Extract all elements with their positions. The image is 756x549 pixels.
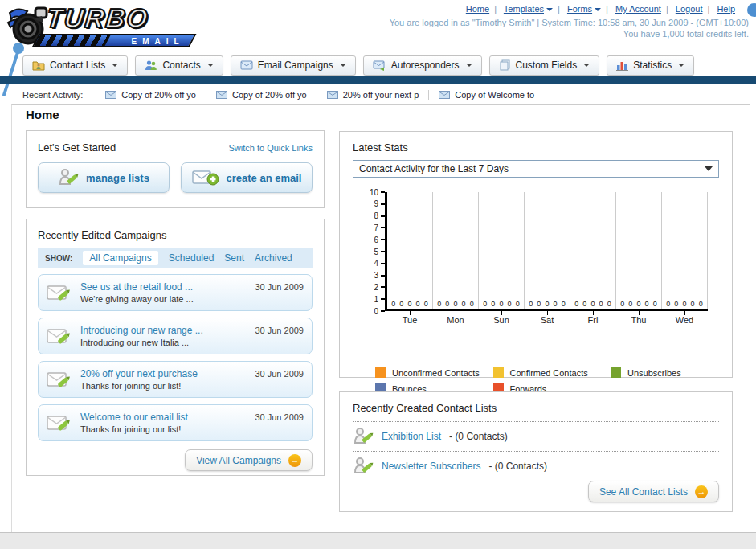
campaign-row[interactable]: Welcome to our email list 30 Jun 2009 Th… <box>38 404 313 441</box>
contact-list-row[interactable]: Newsletter Subscribers - (0 Contacts) <box>353 452 719 481</box>
recent-activity-item[interactable]: Copy of 20% off yo <box>96 90 206 100</box>
logo-subtitle: EMAIL <box>131 37 184 46</box>
view-all-campaigns-label: View All Campaigns <box>196 455 281 466</box>
tab-label: Contacts <box>162 59 200 71</box>
view-all-campaigns-button[interactable]: View All Campaigns → <box>185 449 313 471</box>
folder-contacts-icon <box>32 59 45 71</box>
login-status: You are logged in as "Timothy Smith" | S… <box>390 18 749 27</box>
main-nav-tabs: Contact Lists Contacts Email Campaigns A… <box>22 55 694 76</box>
header-link-help[interactable]: Help <box>717 4 735 14</box>
campaign-title-link[interactable]: See us at the retail food ... <box>80 281 193 293</box>
header-link-logout[interactable]: Logout <box>676 4 703 14</box>
orange-arrow-icon: → <box>695 485 708 498</box>
separator: | <box>494 4 497 14</box>
chevron-down-icon <box>678 64 684 67</box>
decorative-dot <box>747 3 756 17</box>
tab-statistics[interactable]: Statistics <box>607 55 694 76</box>
turbo-email-logo: TURBO EMAIL <box>5 2 206 51</box>
y-tick-label: 10 <box>370 188 385 196</box>
stats-period-select[interactable]: Contact Activity for the Last 7 Days <box>353 160 719 178</box>
contact-list-link[interactable]: Newsletter Subscribers <box>382 461 480 472</box>
contact-activity-chart: 109876543210 00000Tue00000Mon00000Sun000… <box>362 192 719 342</box>
y-tick-label: 6 <box>374 236 385 244</box>
separator: | <box>666 4 668 14</box>
manage-lists-label: manage lists <box>86 172 149 184</box>
envelope-icon <box>216 91 227 99</box>
chevron-down-icon <box>466 64 472 67</box>
divider-bar <box>0 76 756 84</box>
campaign-title-link[interactable]: 20% off your next purchase <box>80 368 198 379</box>
x-tick-label: Thu <box>616 309 661 325</box>
recent-activity-item[interactable]: Copy of 20% off yo <box>206 90 317 100</box>
pages-icon <box>499 59 511 71</box>
chevron-down-icon <box>705 166 713 171</box>
manage-lists-button[interactable]: manage lists <box>38 162 170 193</box>
tab-contacts[interactable]: Contacts <box>135 55 223 76</box>
chart-column: 00000Wed <box>662 192 708 309</box>
tab-label: Custom Fields <box>516 59 578 71</box>
campaign-subtitle: Introducing our new Italia ... <box>80 338 304 347</box>
filter-archived[interactable]: Archived <box>255 252 292 264</box>
campaign-row[interactable]: Introducing our new range ... 30 Jun 200… <box>38 318 313 354</box>
campaign-date: 30 Jun 2009 <box>255 412 304 422</box>
campaign-title-link[interactable]: Introducing our new range ... <box>80 325 203 336</box>
envelope-pencil-icon <box>47 369 72 390</box>
campaign-row[interactable]: 20% off your next purchase 30 Jun 2009 T… <box>38 361 313 398</box>
tab-email-campaigns[interactable]: Email Campaigns <box>231 55 356 76</box>
legend-item: Unsubscribes <box>611 367 729 378</box>
separator: | <box>606 4 608 14</box>
contact-list-link[interactable]: Exhibition List <box>382 431 441 442</box>
chevron-down-icon <box>340 64 346 67</box>
y-tick-label: 3 <box>374 272 385 280</box>
contact-lists-title: Recently Created Contact Lists <box>353 402 719 414</box>
chart-column: 00000Tue <box>387 192 433 309</box>
recent-activity-label: Recent Activity: <box>22 90 83 100</box>
chevron-down-icon <box>207 64 214 67</box>
tab-autoresponders[interactable]: Autoresponders <box>363 55 482 76</box>
recent-activity-item[interactable]: 20% off your next p <box>317 90 429 100</box>
y-tick-label: 8 <box>374 212 385 220</box>
campaign-title-link[interactable]: Welcome to our email list <box>80 412 188 423</box>
x-tick-label: Mon <box>433 309 478 325</box>
envelope-icon <box>105 91 116 99</box>
x-tick-label: Tue <box>387 309 432 325</box>
tab-custom-fields[interactable]: Custom Fields <box>489 55 600 76</box>
show-label: SHOW: <box>45 254 72 263</box>
see-all-contact-lists-button[interactable]: See All Contact Lists → <box>588 481 719 502</box>
tab-label: Statistics <box>633 59 672 71</box>
contact-list-row[interactable]: Exhibition List - (0 Contacts) <box>353 422 719 452</box>
campaign-row[interactable]: See us at the retail food ... 30 Jun 200… <box>38 274 313 311</box>
x-tick-label: Wed <box>662 309 707 325</box>
tab-label: Email Campaigns <box>258 59 333 71</box>
chart-column: 00000Mon <box>433 192 479 309</box>
chevron-down-icon <box>546 8 553 11</box>
campaigns-title: Recently Edited Campaigns <box>38 229 313 241</box>
filter-scheduled[interactable]: Scheduled <box>169 252 215 264</box>
tab-label: Autoresponders <box>391 59 460 71</box>
campaign-date: 30 Jun 2009 <box>255 369 304 379</box>
campaign-subtitle: Thanks for joining our list! <box>80 424 304 434</box>
create-email-label: create an email <box>227 172 302 184</box>
header-link-forms[interactable]: Forms <box>567 4 601 14</box>
switch-quick-links-link[interactable]: Switch to Quick Links <box>228 143 313 153</box>
latest-stats-panel: Latest Stats Contact Activity for the La… <box>339 131 733 378</box>
header-link-templates[interactable]: Templates <box>504 4 553 14</box>
create-email-button[interactable]: create an email <box>181 162 313 193</box>
filter-all-campaigns[interactable]: All Campaigns <box>83 251 157 265</box>
x-tick-label: Sat <box>525 309 570 325</box>
contact-list-count: - (0 Contacts) <box>449 431 508 442</box>
person-pencil-icon <box>353 456 374 477</box>
recent-activity-item[interactable]: Copy of Welcome to <box>428 90 544 100</box>
filter-sent[interactable]: Sent <box>224 252 244 264</box>
chevron-down-icon <box>595 8 601 11</box>
x-tick-label: Sun <box>479 309 524 325</box>
chart-column: 00000Sat <box>525 192 570 309</box>
header-link-home[interactable]: Home <box>466 4 489 14</box>
header-link-my-account[interactable]: My Account <box>615 4 661 14</box>
x-tick-label: Fri <box>570 309 615 325</box>
speed-stripes-icon <box>35 35 111 46</box>
see-all-contact-lists-label: See All Contact Lists <box>599 486 688 498</box>
people-icon <box>145 59 157 71</box>
credits-status: You have 1,000 total credits left. <box>623 29 749 39</box>
tab-contact-lists[interactable]: Contact Lists <box>22 55 128 76</box>
